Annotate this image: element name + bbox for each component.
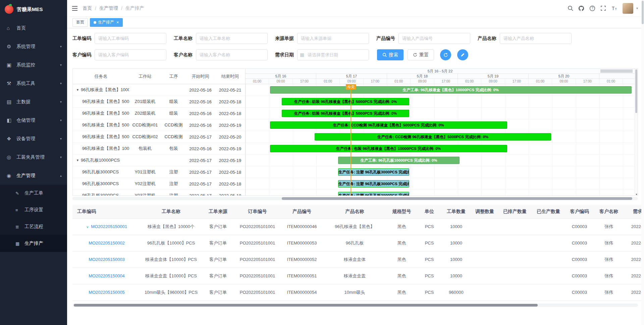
table-column-header: 订单编号 — [235, 205, 280, 218]
sidebar-item-master-data[interactable]: ▤主数据▾ — [0, 93, 67, 111]
gantt-hour-header: 17:00 — [293, 79, 316, 84]
scrollbar-thumb[interactable] — [635, 69, 637, 113]
sidebar-item-equipment[interactable]: ❖设备管理▾ — [0, 129, 67, 148]
tab-首页[interactable]: 首页 — [72, 18, 88, 27]
table-cell: 2022-05-20 — [624, 284, 644, 301]
gantt-bar-task[interactable]: 生产任务: 组装 96孔移液盒【黑色】5000PCS 完成比例: 0% — [282, 98, 409, 105]
gantt-task-row[interactable]: 96孔移液盒【黑色】10000PCS包装机包装2022-05-162022-05… — [73, 143, 245, 155]
sidebar-item-home[interactable]: ⌂首页 — [0, 19, 67, 37]
sidebar-item-production[interactable]: ◉生产管理▴ — [0, 166, 67, 185]
gantt-task-row[interactable]: 96孔移液盒【黑色】5000PCSZ01组装机组装2022-05-162022-… — [73, 96, 245, 108]
app-logo[interactable]: 苦糖果MES — [0, 0, 67, 19]
work-order-link[interactable]: MO202205150004 — [89, 273, 125, 278]
fullscreen-icon[interactable] — [600, 5, 606, 11]
gantt-task-row[interactable]: ▼96孔孔板10000PCS2022-05-172022-05-19 — [73, 155, 245, 166]
chevron-down-icon[interactable]: ▾ — [636, 6, 638, 10]
gantt-horizontal-scrollbar[interactable] — [72, 197, 638, 200]
collapse-caret-icon[interactable]: ▼ — [76, 159, 79, 162]
gantt-bar-task[interactable]: 生产任务: 注塑 96孔孔板3000PCS 完成比例: 0% — [338, 192, 409, 196]
table-row[interactable]: MO202205150004移液盒盒盖【10000】PCS客户订单PO20220… — [72, 268, 644, 284]
avatar[interactable] — [623, 3, 633, 14]
table-row[interactable]: ∨MO202205150001移液盒【黑色】10000个客户订单PO202205… — [72, 218, 644, 235]
reset-button[interactable]: 重置 — [408, 49, 434, 60]
sidebar-item-system-tools[interactable]: ⚒系统工具▾ — [0, 74, 67, 93]
help-icon[interactable]: ? — [589, 5, 595, 11]
refresh-button[interactable] — [440, 49, 451, 60]
github-icon[interactable] — [578, 5, 584, 11]
task-end-date: 2022-05-19 — [215, 146, 245, 151]
edit-columns-button[interactable] — [457, 49, 468, 60]
gantt-hour-header: 09:00 — [340, 79, 363, 84]
filter-input-work-order-code[interactable] — [95, 33, 166, 44]
filter-input-customer-name[interactable] — [196, 49, 268, 60]
scrollbar-thumb[interactable] — [74, 304, 538, 307]
gantt-bar-task[interactable]: 生产任务: 注塑 96孔孔板3000PCS 完成比例: 0% — [338, 168, 409, 176]
work-order-link[interactable]: MO202205150005 — [89, 290, 125, 295]
gantt-bar-task[interactable]: 生产任务: CCD检测 96孔移液盒【黑色】5000PCS 完成比例: 0% — [270, 121, 507, 129]
table-horizontal-scrollbar[interactable] — [72, 304, 638, 307]
table-row[interactable]: MO20220515000296孔孔板【10000】PCS客户订单PO20220… — [72, 235, 644, 251]
gantt-bar-work-order[interactable]: 生产工单: 96孔孔板10000PCS 完成比例: 0% — [338, 157, 460, 164]
search-button[interactable]: 搜索 — [377, 49, 404, 60]
table-row[interactable]: MO20220515000510mm吸头【960000】PCS客户订单PO202… — [72, 284, 644, 301]
filter-input-product-name[interactable] — [500, 33, 572, 44]
breadcrumb-item[interactable]: 生产管理 — [99, 5, 118, 11]
table-cell: PO202205101001 — [235, 251, 280, 268]
filter-input-customer-code[interactable] — [95, 49, 166, 60]
gantt-task-row[interactable]: 96孔孔板3000PCSY01注塑机注塑2022-05-172022-05-18 — [73, 166, 245, 178]
row-expand-caret-icon[interactable]: ∨ — [86, 225, 89, 229]
scrollbar-thumb[interactable] — [282, 197, 632, 200]
gantt-bar-work-order[interactable]: 生产工单: 96孔移液盒【黑色】10000PCS 完成比例: 0% — [270, 86, 632, 94]
topbar: 首页/生产管理/生产排产 ? TT ▾ — [67, 0, 644, 17]
table-row[interactable]: MO202205150003移液盒盒体【10000】PCS客户订单PO20220… — [72, 251, 644, 268]
gantt-chart-row: 生产任务: CCD检测 96孔移液盒【黑色】5000PCS 完成比例: 0% — [246, 131, 635, 143]
page-vertical-scrollbar[interactable] — [641, 0, 644, 325]
filter-input-work-order-name[interactable] — [196, 33, 268, 44]
filter-input-demand-date[interactable] — [297, 49, 369, 60]
font-size-icon[interactable]: TT — [611, 5, 618, 11]
sidebar-item-label: 工艺流程 — [24, 224, 62, 230]
search-icon[interactable] — [568, 5, 573, 11]
gantt-task-row[interactable]: 96孔移液盒【黑色】5000PCSZ02组装机组装2022-05-162022-… — [73, 108, 245, 119]
gantt-task-row[interactable]: 96孔移液盒【黑色】5000PCSCCD检测#01CCD检测2022-05-16… — [73, 119, 245, 131]
scrollbar-thumb[interactable] — [642, 1, 644, 24]
sidebar-item-label: 首页 — [16, 25, 62, 31]
gantt-task-row[interactable]: 96孔移液盒【黑色】5000PCSCCD检测#02CCD检测2022-05-17… — [73, 131, 245, 143]
gantt-chart-row: 生产工单: 96孔移液盒【黑色】10000PCS 完成比例: 0% — [246, 84, 635, 96]
scrollbar-down-arrow[interactable]: ▼ — [635, 193, 638, 196]
gantt-task-row[interactable]: ▼96孔移液盒【黑色】10000PCS2022-05-162022-05-21 — [73, 84, 245, 96]
gantt-bar-task[interactable]: 生产任务: 组装 96孔移液盒【黑色】5000PCS 完成比例: 0% — [282, 110, 409, 117]
sidebar-item-process-flow[interactable]: ≣工艺流程 — [0, 218, 67, 235]
gantt-task-row[interactable]: 96孔孔板3000PCSY03注塑机注塑2022-05-172022-05-18 — [73, 190, 245, 196]
cell-work-order-code: MO202205150003 — [72, 251, 141, 268]
gantt-vertical-scrollbar[interactable]: ▼ — [635, 69, 638, 196]
sidebar-item-scheduling[interactable]: ▦生产排产 — [0, 235, 67, 252]
tab-生产排产[interactable]: 生产排产× — [90, 18, 123, 27]
gantt-hour-header: 01:00 — [246, 79, 269, 84]
gantt-bar-task[interactable]: 生产任务: 注塑 96孔孔板3000PCS 完成比例: 0% — [338, 180, 409, 187]
sidebar-item-system-monitor[interactable]: ▣系统监控▾ — [0, 56, 67, 74]
sidebar-item-fixture[interactable]: ◎工装夹具管理▾ — [0, 148, 67, 166]
filter-input-product-code[interactable] — [398, 33, 470, 44]
sidebar-item-label: 仓储管理 — [16, 117, 60, 123]
sidebar-item-warehouse[interactable]: ◧仓储管理▾ — [0, 111, 67, 129]
close-icon[interactable]: × — [116, 20, 119, 25]
work-order-link[interactable]: MO202205150001 — [91, 224, 127, 229]
sidebar-item-work-order[interactable]: ✎生产工单 — [0, 185, 67, 202]
filter-input-source-doc[interactable] — [297, 33, 369, 44]
gantt-bar-task[interactable]: 生产任务: 包装 96孔移液盒【黑色】10000PCS 完成比例: 0% — [270, 145, 507, 152]
collapse-caret-icon[interactable]: ▼ — [76, 88, 79, 92]
sidebar-item-system-mgmt[interactable]: ⚙系统管理▾ — [0, 37, 67, 56]
filter-label: 客户编码 — [72, 52, 91, 58]
work-order-link[interactable]: MO202205150003 — [89, 257, 125, 262]
sidebar-item-process-settings[interactable]: ≡工序设置 — [0, 202, 67, 218]
gantt-chart-row: 生产任务: 注塑 96孔孔板3000PCS 完成比例: 0% — [246, 178, 635, 190]
filter-field-customer-name: 客户名称 — [174, 49, 268, 60]
collapse-sidebar-icon[interactable] — [72, 6, 78, 11]
gantt-bar-task[interactable]: 生产任务: CCD检测 96孔移液盒【黑色】5000PCS 完成比例: 0% — [315, 133, 551, 141]
work-order-link[interactable]: MO202205150002 — [89, 240, 125, 246]
gantt-task-row[interactable]: 96孔孔板3000PCSY02注塑机注塑2022-05-172022-05-18 — [73, 178, 245, 190]
breadcrumb-item[interactable]: 首页 — [83, 5, 92, 11]
gantt-hour-header: 01:00 — [529, 79, 552, 84]
gantt-hour-header: 09:00 — [552, 79, 576, 84]
